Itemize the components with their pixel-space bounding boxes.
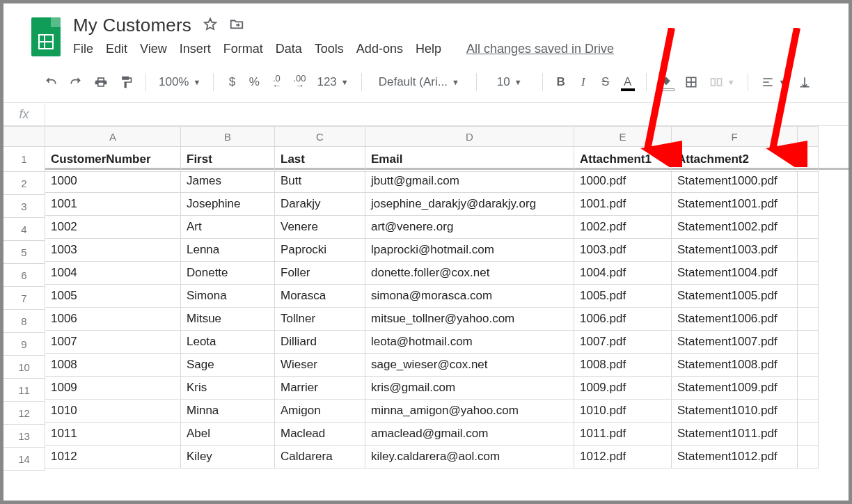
cell[interactable]: 1004 (45, 262, 181, 285)
row-header[interactable]: 7 (3, 287, 45, 310)
cell[interactable]: 1009 (45, 377, 181, 400)
menu-tools[interactable]: Tools (315, 42, 344, 56)
cell[interactable]: 1008 (45, 354, 181, 377)
cell[interactable]: 1006.pdf (574, 308, 672, 331)
cell[interactable]: 1011.pdf (574, 423, 672, 446)
header-cell[interactable]: First (181, 147, 275, 172)
header-cell[interactable]: Email (365, 147, 574, 172)
row-header[interactable]: 4 (3, 218, 45, 241)
column-header-C[interactable]: C (275, 126, 365, 147)
formula-input[interactable] (45, 103, 849, 125)
cell[interactable]: Wieser (275, 354, 365, 377)
cell[interactable]: Statement1009.pdf (672, 377, 798, 400)
cell[interactable]: Marrier (275, 377, 365, 400)
horizontal-align-combo[interactable]: ▼ (757, 72, 791, 93)
header-cell[interactable] (798, 147, 819, 172)
cell[interactable] (798, 170, 819, 193)
cell[interactable] (798, 239, 819, 262)
cell[interactable]: Minna (181, 400, 275, 423)
cell[interactable]: amaclead@gmail.com (365, 423, 574, 446)
zoom-combo[interactable]: 100%▼ (155, 72, 205, 93)
column-header-B[interactable]: B (181, 126, 275, 147)
cell[interactable]: Simona (181, 285, 275, 308)
cell[interactable] (798, 423, 819, 446)
row-header[interactable]: 5 (3, 241, 45, 264)
merge-cells-combo[interactable]: ▼ (705, 72, 739, 93)
cell[interactable]: 1010 (45, 400, 181, 423)
row-header[interactable]: 6 (3, 264, 45, 287)
cell[interactable]: Josephine (181, 193, 275, 216)
cell[interactable]: mitsue_tollner@yahoo.com (365, 308, 574, 331)
cell[interactable]: Statement1003.pdf (672, 239, 798, 262)
cell[interactable]: Statement1002.pdf (672, 216, 798, 239)
header-cell[interactable]: Last (275, 147, 365, 172)
cell[interactable]: Foller (275, 262, 365, 285)
cell[interactable]: Caldarera (275, 446, 365, 468)
cell[interactable]: jbutt@gmail.com (365, 170, 574, 193)
column-header-D[interactable]: D (365, 126, 574, 147)
document-title[interactable]: My Customers (73, 15, 191, 36)
cell[interactable]: 1000.pdf (574, 170, 672, 193)
font-family-combo[interactable]: Default (Ari...▼ (370, 72, 468, 93)
sheets-logo-icon[interactable] (31, 17, 61, 56)
cell[interactable] (798, 331, 819, 354)
menu-file[interactable]: File (73, 42, 93, 56)
row-header[interactable]: 9 (3, 333, 45, 356)
text-color-button[interactable]: A (618, 72, 638, 93)
font-size-combo[interactable]: 10▼ (485, 72, 534, 93)
cell[interactable]: sage_wieser@cox.net (365, 354, 574, 377)
row-header[interactable]: 14 (3, 448, 45, 471)
cell[interactable]: 1006 (45, 308, 181, 331)
cell[interactable]: Statement1000.pdf (672, 170, 798, 193)
header-cell[interactable]: Attachment1 (574, 147, 672, 172)
spreadsheet-grid[interactable]: 1234567891011121314 ABCDEF CustomerNumbe… (3, 126, 849, 471)
paint-format-button[interactable] (115, 72, 137, 93)
cell[interactable] (798, 216, 819, 239)
move-to-folder-icon[interactable] (229, 17, 244, 35)
cell[interactable]: Maclead (275, 423, 365, 446)
cell[interactable] (798, 354, 819, 377)
cell[interactable]: lpaprocki@hotmail.com (365, 239, 574, 262)
menu-format[interactable]: Format (223, 42, 263, 56)
cell[interactable]: Statement1012.pdf (672, 446, 798, 468)
select-all-corner[interactable] (3, 126, 45, 147)
column-header-F[interactable]: F (672, 126, 798, 147)
print-button[interactable] (90, 72, 112, 93)
cell[interactable]: 1001 (45, 193, 181, 216)
cell[interactable]: 1007.pdf (574, 331, 672, 354)
star-icon[interactable] (203, 17, 218, 35)
row-header[interactable]: 10 (3, 356, 45, 379)
bold-button[interactable]: B (551, 72, 571, 93)
cell[interactable]: 1002 (45, 216, 181, 239)
cell[interactable]: Amigon (275, 400, 365, 423)
cell[interactable]: 1007 (45, 331, 181, 354)
row-header[interactable]: 2 (3, 172, 45, 195)
cell[interactable]: Leota (181, 331, 275, 354)
cell[interactable]: Venere (275, 216, 365, 239)
cell[interactable]: leota@hotmail.com (365, 331, 574, 354)
cell[interactable]: 1002.pdf (574, 216, 672, 239)
cell[interactable] (798, 262, 819, 285)
cell[interactable]: Statement1007.pdf (672, 331, 798, 354)
cell[interactable]: donette.foller@cox.net (365, 262, 574, 285)
redo-button[interactable] (65, 72, 87, 93)
cell[interactable]: Abel (181, 423, 275, 446)
cell[interactable]: 1003 (45, 239, 181, 262)
format-currency-button[interactable]: $ (222, 72, 242, 93)
row-header[interactable]: 1 (3, 147, 45, 172)
cell[interactable]: Butt (275, 170, 365, 193)
cell[interactable]: minna_amigon@yahoo.com (365, 400, 574, 423)
cell[interactable]: simona@morasca.com (365, 285, 574, 308)
column-header-extra[interactable] (798, 126, 819, 147)
cell[interactable] (798, 308, 819, 331)
header-cell[interactable]: CustomerNumber (45, 147, 181, 172)
cell[interactable]: 1004.pdf (574, 262, 672, 285)
menu-addons[interactable]: Add-ons (356, 42, 403, 56)
cell[interactable]: kris@gmail.com (365, 377, 574, 400)
row-header[interactable]: 11 (3, 379, 45, 402)
cell[interactable] (798, 446, 819, 468)
cell[interactable]: Statement1001.pdf (672, 193, 798, 216)
cell[interactable]: Kiley (181, 446, 275, 468)
cell[interactable]: 1003.pdf (574, 239, 672, 262)
cell[interactable]: 1009.pdf (574, 377, 672, 400)
